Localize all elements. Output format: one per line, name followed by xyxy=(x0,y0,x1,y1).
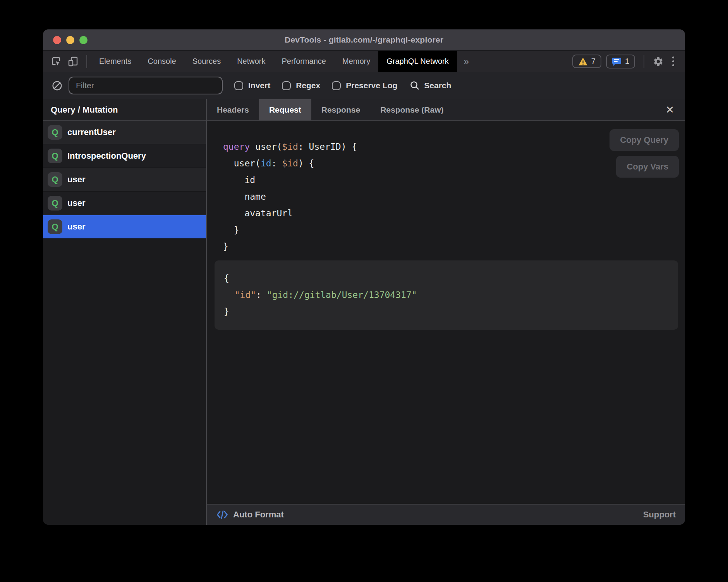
close-window-button[interactable] xyxy=(53,36,61,44)
toolbar-right-divider xyxy=(644,55,644,68)
list-item-user-1[interactable]: Q user xyxy=(43,168,206,192)
request-detail-panel: Headers Request Response Response (Raw) … xyxy=(207,99,685,525)
query-list-panel: Query / Mutation Q currentUser Q Introsp… xyxy=(43,99,207,525)
tab-headers[interactable]: Headers xyxy=(207,99,259,120)
traffic-lights xyxy=(53,29,88,50)
query-type-icon: Q xyxy=(48,172,62,187)
copy-buttons: Copy Query Copy Vars xyxy=(610,129,679,178)
devtools-toolbar: Elements Console Sources Network Perform… xyxy=(43,50,685,72)
query-type-icon: Q xyxy=(48,196,62,211)
auto-format-button[interactable]: Auto Format xyxy=(216,510,284,520)
devtools-window: DevTools - gitlab.com/-/graphql-explorer… xyxy=(43,29,685,525)
clear-block-icon[interactable] xyxy=(52,80,62,91)
preserve-log-checkbox[interactable]: Preserve Log xyxy=(332,81,397,90)
devtools-tabs: Elements Console Sources Network Perform… xyxy=(91,51,457,72)
query-type-icon: Q xyxy=(48,125,62,140)
query-type-icon: Q xyxy=(48,219,62,234)
toolbar-left-icons xyxy=(43,51,82,72)
zoom-window-button[interactable] xyxy=(79,36,88,44)
panel-split: Query / Mutation Q currentUser Q Introsp… xyxy=(43,99,685,525)
toolbar-divider xyxy=(86,55,87,68)
copy-query-button[interactable]: Copy Query xyxy=(610,129,679,151)
issues-badge[interactable]: 1 xyxy=(606,55,635,68)
search-icon xyxy=(410,80,420,91)
list-item-label: currentUser xyxy=(67,127,116,137)
message-icon xyxy=(612,57,622,66)
invert-checkbox[interactable]: Invert xyxy=(234,81,270,90)
preserve-log-checkbox-box[interactable] xyxy=(332,81,341,90)
tab-sources[interactable]: Sources xyxy=(184,51,229,72)
close-icon[interactable]: ✕ xyxy=(662,102,677,118)
chevron-double-icon: » xyxy=(464,56,469,67)
inspect-element-icon[interactable] xyxy=(51,56,62,67)
toolbar-right: 7 1 xyxy=(572,51,685,72)
regex-checkbox-label: Regex xyxy=(296,81,320,90)
search-label: Search xyxy=(424,81,451,90)
issues-count: 1 xyxy=(625,57,629,66)
more-tabs-button[interactable]: » xyxy=(457,51,476,72)
list-item-label: user xyxy=(67,198,85,208)
device-toolbar-icon[interactable] xyxy=(68,56,79,67)
list-item-user-2[interactable]: Q user xyxy=(43,192,206,215)
filter-bar: Invert Regex Preserve Log Search xyxy=(43,72,685,99)
list-item-user-3-selected[interactable]: Q user xyxy=(43,215,206,239)
list-item-label: user xyxy=(67,222,85,232)
tab-response-raw[interactable]: Response (Raw) xyxy=(370,99,453,120)
invert-checkbox-box[interactable] xyxy=(234,81,243,90)
tab-console[interactable]: Console xyxy=(139,51,184,72)
list-item-label: user xyxy=(67,175,85,185)
list-item-currentuser[interactable]: Q currentUser xyxy=(43,121,206,144)
query-variables-box: { "id": "gid://gitlab/User/13704317"} xyxy=(215,260,678,330)
search-button[interactable]: Search xyxy=(410,80,451,91)
tab-graphql-network[interactable]: GraphQL Network xyxy=(378,51,457,72)
support-link[interactable]: Support xyxy=(643,510,676,520)
warnings-badge[interactable]: 7 xyxy=(572,55,601,68)
title-bar: DevTools - gitlab.com/-/graphql-explorer xyxy=(43,29,685,50)
query-type-icon: Q xyxy=(48,149,62,163)
auto-format-label: Auto Format xyxy=(233,510,284,520)
code-brackets-icon xyxy=(216,510,228,520)
tab-performance[interactable]: Performance xyxy=(274,51,335,72)
detail-tab-strip: Headers Request Response Response (Raw) … xyxy=(207,99,685,121)
regex-checkbox[interactable]: Regex xyxy=(282,81,320,90)
regex-checkbox-box[interactable] xyxy=(282,81,291,90)
query-list-header: Query / Mutation xyxy=(43,99,206,121)
tab-elements[interactable]: Elements xyxy=(91,51,139,72)
list-item-introspectionquery[interactable]: Q IntrospectionQuery xyxy=(43,144,206,168)
tab-response[interactable]: Response xyxy=(311,99,370,120)
tab-memory[interactable]: Memory xyxy=(334,51,378,72)
invert-checkbox-label: Invert xyxy=(248,81,270,90)
copy-vars-button[interactable]: Copy Vars xyxy=(616,156,679,178)
filter-input[interactable] xyxy=(69,77,223,94)
warning-icon xyxy=(578,57,588,66)
tab-network[interactable]: Network xyxy=(229,51,273,72)
tab-request[interactable]: Request xyxy=(259,99,311,120)
warnings-count: 7 xyxy=(591,57,596,66)
window-title: DevTools - gitlab.com/-/graphql-explorer xyxy=(285,35,443,45)
status-bar: Auto Format Support xyxy=(207,504,685,525)
list-item-label: IntrospectionQuery xyxy=(67,151,146,161)
minimize-window-button[interactable] xyxy=(66,36,74,44)
gear-icon[interactable] xyxy=(653,56,664,67)
kebab-menu-icon[interactable] xyxy=(668,56,678,66)
request-content: Copy Query Copy Vars query user($id: Use… xyxy=(207,121,685,504)
preserve-log-checkbox-label: Preserve Log xyxy=(346,81,397,90)
